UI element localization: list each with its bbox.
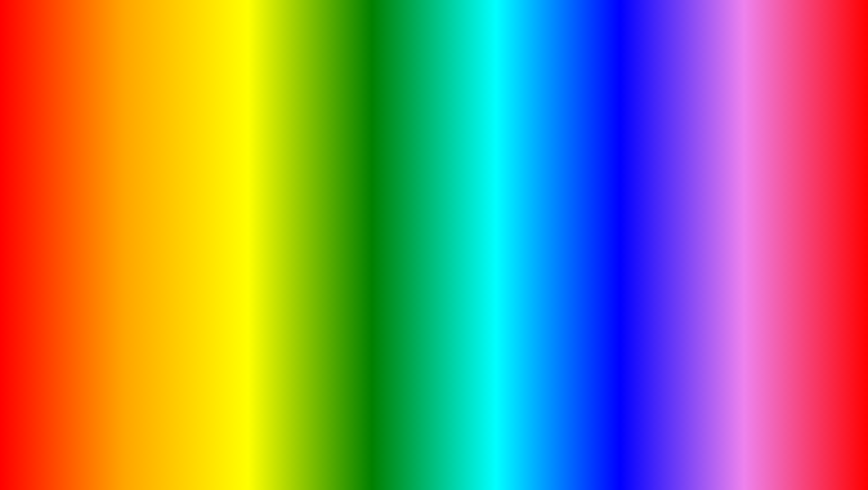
combat-section-header: ⚔ Combat ⚔ (625, 215, 828, 225)
race-v4-cyborg-btn[interactable]: Race v4 [ Cyborg ] (727, 267, 828, 276)
race-v4-buttons-col: Race v4 [ Mink ] Race v4 [ Skypeian ] Ra… (727, 225, 828, 298)
gay-locker-label: Gay - locker : 50 (92, 182, 170, 189)
clear-list-select-boss-btn[interactable]: Clear list [ Select Boss ] (172, 212, 250, 221)
left-general-tab-btn[interactable]: General-Tab (101, 257, 135, 266)
race-v4-ghoul-btn[interactable]: Race v4 [ Ghoul ] (727, 257, 828, 266)
big-buddha-btn[interactable]: Big [ Buddha ] (727, 202, 828, 210)
slider-thumb (112, 188, 118, 194)
weapon-dropdown-icon: 📁 (242, 151, 247, 156)
auto-farm-select-boss-btn[interactable]: Auto Farm [ Select Boss ] (172, 222, 250, 230)
auto-up-stats-btn[interactable]: Auto Up [ Stats ] (172, 180, 250, 188)
auto-dragon-talon: Auto Dragon Talon [ Sea3 ] (625, 252, 725, 259)
mirage-island-row: Mirage Island : ✗ ✗ (92, 231, 170, 240)
x-fruits-logo: X ★★★ FRUITS (769, 418, 841, 477)
race-v4-section-header: 😊 Race v4 😊 (92, 221, 170, 231)
job-id-btn[interactable]: Job id ] (807, 140, 828, 149)
x-letter: X (791, 418, 818, 463)
right-two-col: Auto TP [ Temple ] Auto Find [ Full Moon… (625, 192, 828, 211)
auto-tp-temple-btn[interactable]: Auto TP [ Temple ] (625, 192, 725, 201)
slider-container[interactable] (92, 189, 170, 195)
mirage-status-x: ✗ (129, 232, 133, 238)
select-boss-dropdown[interactable]: Select Boss [ To Farm ] : nil 📁 (172, 203, 250, 211)
mirage-dot: ● (738, 142, 741, 148)
bottom-auto-farm-text: AUTO FARM (165, 434, 406, 483)
combat-skills-col: Auto Super Human [ Sea2 ] Auto Death Ste… (625, 225, 725, 298)
race-label-right: Race (625, 141, 635, 148)
main-section: ⚔ Main ⚔ (92, 159, 170, 169)
right-panel-hub-line: Under x Hub 01 Wednesday February 2023 T… (626, 129, 827, 134)
right-top-row: Race Mirage Island : ● ● Job id ] (625, 138, 828, 151)
mirage-island-right-row: Mirage Island : ● ● (702, 141, 741, 148)
left-panel-header: Under x Hub 01 Wednesday February 2023 T… (89, 123, 253, 136)
right-general-tab-btn[interactable]: General-Tab (634, 304, 668, 314)
stats-section-header: 📊 Stats 📊 (172, 138, 250, 148)
select-stats-dropdown[interactable]: Select Stats : Melee 📁 (172, 161, 250, 169)
auto-hop-all-boss-btn[interactable]: Auto Hop [ All Boss ] (172, 241, 250, 249)
right-panel-header-text: Under x Hub 01 Wednesday February 2023 T… (626, 125, 827, 129)
right-panel: Under x Hub 01 Wednesday February 2023 T… (621, 121, 832, 319)
teleport-job-id-btn[interactable]: teleport [ Job id ] (625, 151, 828, 160)
bottom-pastebin-text: PASTEBIN (542, 440, 703, 478)
title-blox: BLOX (230, 9, 403, 74)
mirage-island-right-label: Mirage Island : ● (702, 141, 735, 148)
slider-track (92, 190, 170, 192)
auto-safe-cyborg-left: Auto Safe [ Cyborg ] (92, 240, 170, 246)
right-panel-body: Race Mirage Island : ● ● Job id ] telepo… (622, 136, 831, 300)
boss-section-header: 🟡 Boss 🟡 (172, 192, 250, 202)
auto-shark-man: Auto Shark man [ Sea2 ] (625, 239, 725, 245)
auto-open-door: Auto Open [ Door ] (625, 185, 828, 192)
bottom-script-text: SCRIPT (415, 440, 533, 478)
right-footer-logo-icon: 🖥 (625, 306, 632, 313)
race-v4-label-btn[interactable]: Race v4 (727, 192, 828, 201)
right-panel-footer: 🖥 General-Tab (622, 300, 831, 317)
x-logo-wrapper: X ★★★ (791, 418, 818, 464)
auto-up-statskaituns-btn[interactable]: Auto Up [ StatsKaituns ] (172, 170, 250, 179)
auto-farm-level-checkbox[interactable]: ✓ (165, 197, 170, 202)
race-v4-god-btn[interactable]: Race v4 [ God ] (727, 288, 828, 297)
stats-dropdown-icon: 📁 (242, 163, 247, 168)
stars: ★★★ (808, 427, 820, 432)
right-combat-cols: Auto Super Human [ Sea2 ] Auto Death Ste… (625, 225, 828, 298)
label-best-top: BEST TOP (90, 88, 224, 119)
left-panel: Under x Hub 01 Wednesday February 2023 T… (88, 121, 254, 271)
job-id-field-label: Job id (625, 161, 828, 168)
timer: 0:30:14 (359, 347, 446, 374)
auto-farm-all-boss-btn[interactable]: Auto Farm [ All Boss ] (172, 231, 250, 240)
auto-death-step: Auto Death Step [ Sea2 ] (625, 232, 725, 239)
race-v4-human-btn[interactable]: Race v4 [ Human ] (727, 278, 828, 286)
auto-electric-claw: Auto Electric Claw [ Sea3 ] (625, 245, 725, 252)
welcome-label: Welcome To Under Hub Scripts (92, 175, 170, 182)
moon-sub: 🌙 : 3/5 50% (92, 148, 170, 155)
right-col-stats: 📊 Stats 📊 Select Weapon : Melee 📁 Select… (172, 138, 250, 250)
stars-wrapper: ★★★ (808, 427, 820, 432)
main-title-wrapper: BLOX FRUITS (0, 9, 868, 74)
race-v4-mink-btn[interactable]: Race v4 [ Mink ] (727, 226, 828, 235)
boss-dropdown-icon: 📁 (242, 205, 247, 210)
auto-farm-level-row: Auto Farm [ Level ] ✓ (92, 195, 170, 204)
title-fruits: FRUITS (416, 9, 638, 74)
left-panel-hub-line: Under x Hub 01 Wednesday February 2023 T… (93, 129, 249, 134)
left-footer-logo-icon: 🖥 (92, 258, 99, 265)
race-v4-fishman-btn[interactable]: Race v4 [ Fishman ] (727, 247, 828, 255)
auto-super-human: Auto Super Human [ Sea2 ] (625, 225, 725, 232)
left-panel-two-col: 🌙Full Mon🌙 🌙 : 3/5 50% ⚔ Main ⚔ Hours : … (92, 138, 250, 250)
right-col-2: Race v4 Big [ Buddha ] (727, 192, 828, 211)
auto-pirate-raid: Auto Pirate [ Raid ] (92, 210, 170, 217)
race-v4-skypeian-btn[interactable]: Race v4 [ Skypeian ] (727, 236, 828, 245)
auto-find-full-moon: Auto Find [ Full Moon ] (625, 202, 725, 209)
right-col-1: Auto TP [ Temple ] Auto Find [ Full Moon… (625, 192, 725, 211)
left-panel-footer: 🖥 General-Tab (89, 253, 253, 270)
bottom-bar: AUTO FARM SCRIPT PASTEBIN (0, 434, 868, 483)
job-id-input[interactable] (625, 169, 828, 177)
left-col: 🌙Full Mon🌙 🌙 : 3/5 50% ⚔ Main ⚔ Hours : … (92, 138, 170, 250)
auto-safe-cyborg-right: Auto Safe [ Cyborg ] (625, 178, 828, 185)
hours-label: Hours : 0 Minutes : 3 Seconds : 28 (92, 169, 170, 175)
auto-active-racev4: Auto Active [ RaceV4 ] (92, 204, 170, 210)
select-weapon-dropdown[interactable]: Select Weapon : Melee 📁 (172, 149, 250, 157)
right-panel-header: Under x Hub 01 Wednesday February 2023 T… (622, 123, 831, 136)
left-panel-body: 🌙Full Mon🌙 🌙 : 3/5 50% ⚔ Main ⚔ Hours : … (89, 136, 253, 253)
full-moon-section: 🌙Full Mon🌙 (92, 138, 170, 148)
left-panel-header-text: Under x Hub 01 Wednesday February 2023 T… (93, 125, 249, 129)
